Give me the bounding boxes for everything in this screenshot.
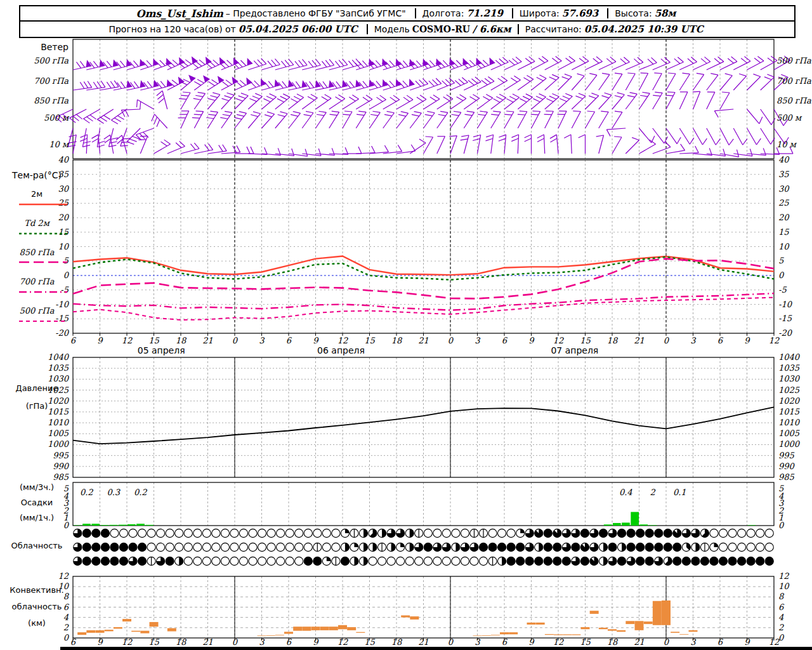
model-name: COSMO-RU [412, 24, 470, 34]
wind-level-700hpa: 700 гПа [5, 76, 69, 86]
svg-text:-5: -5 [60, 285, 69, 295]
svg-text:0: 0 [778, 270, 785, 280]
header-divider [518, 24, 519, 34]
svg-text:12: 12 [778, 571, 789, 581]
forecast-label: Прогноз на 120 часа(ов) от [108, 24, 235, 34]
svg-text:6: 6 [778, 602, 785, 612]
svg-text:0: 0 [448, 637, 454, 647]
svg-text:1030: 1030 [48, 374, 70, 383]
svg-text:3: 3 [259, 637, 265, 647]
svg-text:1010: 1010 [778, 418, 801, 427]
svg-text:995: 995 [778, 451, 795, 460]
svg-text:0: 0 [448, 336, 454, 345]
svg-text:40: 40 [778, 155, 790, 164]
svg-text:-15: -15 [778, 314, 792, 323]
svg-text:12: 12 [769, 336, 780, 345]
precip-panel-title: Осадки [5, 498, 69, 507]
svg-text:06 апреля: 06 апреля [317, 345, 365, 355]
svg-text:0: 0 [232, 637, 239, 647]
svg-text:4: 4 [778, 613, 784, 622]
svg-text:6: 6 [717, 336, 724, 345]
svg-text:9: 9 [528, 336, 535, 345]
svg-text:6: 6 [286, 336, 292, 345]
svg-text:5: 5 [63, 256, 69, 265]
svg-text:21: 21 [634, 336, 645, 345]
svg-text:9: 9 [97, 336, 103, 345]
wind-level-500hpa-right: 500 гПа [776, 56, 812, 65]
svg-text:30: 30 [778, 184, 790, 194]
svg-text:2: 2 [650, 488, 656, 497]
meteogram-plot: 40403535303025252020151510105500-5-5-10-… [0, 0, 812, 650]
svg-text:6: 6 [70, 637, 77, 647]
svg-text:6: 6 [70, 336, 77, 345]
legend-700hpa-label: 700 гПа [5, 277, 69, 286]
header-divider [607, 8, 608, 18]
svg-text:6: 6 [717, 637, 724, 647]
svg-text:15: 15 [148, 336, 159, 345]
clouds-panel-title: Облачность [5, 541, 69, 550]
svg-text:0: 0 [232, 336, 239, 345]
svg-text:1020: 1020 [778, 396, 801, 406]
svg-text:10: 10 [778, 581, 790, 591]
svg-text:1035: 1035 [778, 363, 800, 373]
svg-text:1035: 1035 [48, 363, 69, 373]
legend-500hpa-label: 500 гПа [5, 306, 69, 315]
altitude-value: 58м [655, 8, 676, 19]
svg-text:-20: -20 [778, 328, 793, 338]
svg-text:0: 0 [63, 633, 70, 642]
conv-panel-title-1: Конвективн. [5, 585, 69, 595]
svg-text:6: 6 [502, 336, 508, 345]
svg-text:21: 21 [202, 336, 213, 345]
wind-level-850hpa-right: 850 гПа [776, 96, 812, 105]
meteogram-page: 40403535303025252020151510105500-5-5-10-… [0, 0, 812, 650]
svg-text:18: 18 [176, 336, 187, 345]
svg-text:18: 18 [607, 336, 619, 345]
wind-level-500hpa: 500 гПа [5, 56, 69, 65]
svg-text:2: 2 [778, 623, 784, 632]
svg-text:9: 9 [744, 336, 750, 345]
svg-text:40: 40 [58, 155, 69, 164]
svg-text:35: 35 [778, 169, 789, 179]
svg-text:0: 0 [778, 521, 785, 530]
svg-text:1030: 1030 [778, 374, 801, 383]
header-row-1: Oms_Ust_Ishim – Предоставлено ФГБУ "ЗапС… [20, 6, 794, 22]
svg-text:-20: -20 [55, 328, 70, 338]
svg-text:18: 18 [391, 637, 403, 647]
svg-text:18: 18 [607, 637, 619, 647]
wind-level-500m: 500 м [5, 113, 69, 123]
calculated-label: Рассчитано: [525, 24, 582, 34]
cloud-rows [74, 529, 774, 565]
svg-text:15: 15 [580, 336, 591, 345]
svg-text:0.2: 0.2 [134, 488, 147, 497]
svg-text:1005: 1005 [778, 428, 800, 438]
svg-text:12: 12 [337, 336, 348, 345]
svg-text:0: 0 [778, 633, 785, 642]
svg-text:9: 9 [744, 637, 750, 647]
svg-text:9: 9 [313, 336, 319, 345]
wind-level-10m-right: 10 м [776, 140, 812, 149]
svg-text:12: 12 [553, 336, 564, 345]
svg-text:3: 3 [475, 637, 481, 647]
header: Oms_Ust_Ishim – Предоставлено ФГБУ "ЗапС… [19, 5, 796, 38]
svg-text:8: 8 [778, 592, 785, 601]
legend-t2m-label: 2м [5, 189, 69, 199]
svg-text:3: 3 [259, 336, 265, 345]
temp-panel-title: Тем-ра(°C) [5, 170, 69, 180]
header-row-2: Прогноз на 120 часа(ов) от 05.04.2025 06… [20, 22, 794, 37]
model-label: Модель [374, 24, 410, 34]
svg-text:25: 25 [58, 198, 69, 208]
svg-text:0.2: 0.2 [80, 488, 93, 497]
legend-850hpa-label: 850 гПа [5, 248, 69, 257]
y-axis-labels: 40403535303025252020151510105500-5-5-10-… [48, 155, 801, 642]
wind-panel-title: Ветер [5, 42, 69, 52]
svg-text:1040: 1040 [778, 352, 801, 362]
svg-text:12: 12 [122, 336, 133, 345]
svg-text:1040: 1040 [48, 352, 70, 362]
legend-td2m-label: Td 2м [5, 218, 69, 228]
model-resolution: / 6.6км [473, 23, 511, 35]
precip-1h-units: (мм/1ч.) [5, 513, 69, 522]
svg-text:15: 15 [58, 227, 69, 237]
svg-text:3: 3 [690, 637, 697, 647]
svg-text:10: 10 [778, 242, 790, 251]
svg-text:9: 9 [528, 637, 535, 647]
